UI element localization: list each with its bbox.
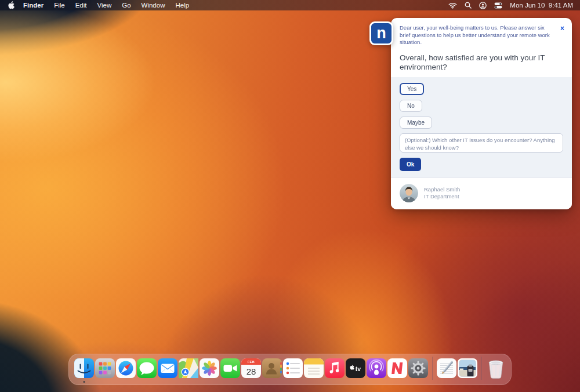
menu-item-file[interactable]: File [49, 0, 70, 10]
menu-item-help[interactable]: Help [170, 0, 194, 10]
menu-item-edit[interactable]: Edit [70, 0, 92, 10]
notes-icon [304, 358, 324, 378]
wifi-icon[interactable] [448, 2, 457, 9]
desktop: Finder File Edit View Go Window Help [0, 0, 580, 392]
svg-text:tv: tv [356, 365, 361, 372]
sender-avatar [400, 184, 418, 202]
svg-text:28: 28 [246, 366, 256, 376]
dock-reminders[interactable] [282, 354, 303, 385]
survey-answer-panel: Yes No Maybe Ok [391, 77, 572, 177]
maps-icon [179, 358, 198, 378]
trash-icon [486, 358, 506, 380]
reminders-icon [283, 358, 303, 378]
dock-messages[interactable] [136, 354, 157, 385]
messages-icon [137, 358, 157, 378]
survey-question: Overall, how satisfied are you with your… [391, 46, 569, 78]
menu-bar-status: Mon Jun 10 9:41 AM [448, 2, 580, 9]
finder-icon [74, 358, 94, 378]
photos-icon [200, 358, 219, 378]
menu-bar: Finder File Edit View Go Window Help [0, 0, 580, 10]
sender-name: Raphael Smith [424, 186, 460, 194]
launchpad-icon [95, 358, 115, 378]
podcasts-icon [367, 358, 386, 378]
option-no-button[interactable]: No [400, 100, 422, 112]
sender-department: IT Department [424, 193, 460, 201]
apple-menu[interactable] [8, 1, 14, 9]
dock-mail[interactable] [157, 354, 178, 385]
dock-podcasts[interactable] [366, 354, 387, 385]
appletv-icon: tv [346, 358, 365, 378]
menu-item-finder[interactable]: Finder [18, 0, 49, 10]
music-icon [325, 358, 345, 378]
menu-bar-clock[interactable]: Mon Jun 10 9:41 AM [510, 2, 573, 9]
dock-notes[interactable] [303, 354, 324, 385]
option-yes-button[interactable]: Yes [400, 83, 424, 95]
dock: FEB 28 [68, 354, 512, 385]
popup-footer: Raphael Smith IT Department [391, 177, 572, 209]
apple-logo-icon [8, 1, 14, 9]
comment-input[interactable] [400, 133, 563, 153]
dock-launchpad[interactable] [95, 354, 115, 385]
user-icon[interactable] [479, 2, 487, 9]
menu-bar-left: Finder File Edit View Go Window Help [0, 0, 194, 10]
dock-appletv[interactable]: tv [345, 354, 366, 385]
option-maybe-button[interactable]: Maybe [400, 117, 432, 129]
dock-contacts[interactable] [262, 354, 282, 385]
dock-divider [432, 357, 433, 380]
settings-icon [408, 358, 428, 378]
menu-item-window[interactable]: Window [136, 0, 171, 10]
sender-info: Raphael Smith IT Department [424, 186, 460, 201]
mail-icon [158, 358, 177, 378]
news-icon [387, 358, 407, 378]
dock-maps[interactable] [178, 354, 199, 385]
survey-popup: n Dear user, your well-being matters to … [391, 18, 572, 209]
dock-calendar[interactable]: FEB 28 [241, 354, 262, 385]
nexthink-logo-icon: n [369, 21, 393, 45]
dock-news[interactable] [387, 354, 408, 385]
ok-button[interactable]: Ok [400, 158, 421, 171]
safari-icon [116, 358, 136, 378]
popup-header: Dear user, your well-being matters to us… [391, 18, 572, 46]
facetime-icon [220, 358, 240, 378]
textedit-icon [437, 358, 456, 378]
menu-item-go[interactable]: Go [117, 0, 136, 10]
dock-music[interactable] [324, 354, 345, 385]
search-icon[interactable] [465, 2, 472, 9]
dock-preview[interactable] [457, 354, 478, 385]
menu-item-view[interactable]: View [92, 0, 117, 10]
dock-finder[interactable] [74, 354, 95, 385]
dock-settings[interactable] [408, 354, 429, 385]
calendar-icon: FEB 28 [241, 358, 261, 378]
close-icon[interactable]: × [559, 24, 566, 33]
contacts-icon [262, 358, 282, 378]
dock-safari[interactable] [115, 354, 136, 385]
dock-facetime[interactable] [220, 354, 241, 385]
popup-intro-text: Dear user, your well-being matters to us… [400, 24, 552, 46]
svg-text:FEB: FEB [248, 360, 255, 364]
dock-trash[interactable] [485, 354, 506, 385]
dock-divider [481, 357, 482, 380]
preview-image-icon [458, 358, 477, 378]
control-center-icon[interactable] [494, 2, 502, 9]
dock-photos[interactable] [199, 354, 220, 385]
finder-running-indicator [84, 381, 85, 383]
dock-textedit[interactable] [436, 354, 457, 385]
